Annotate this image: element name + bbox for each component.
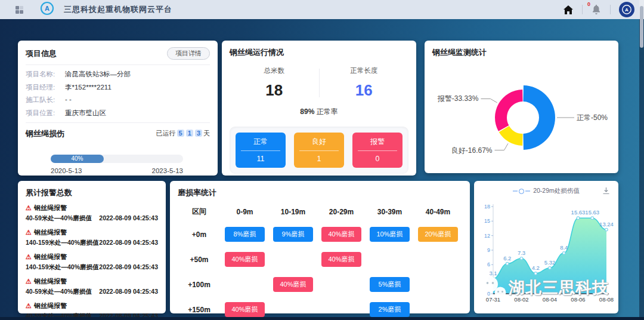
alarm-warning-icon: ⚠ [26, 253, 32, 261]
wear-badge: 40%磨损 [225, 252, 264, 267]
svg-text:12: 12 [484, 233, 490, 239]
svg-text:15: 15 [484, 218, 490, 224]
wear-badge: 20%磨损 [418, 227, 457, 242]
project-fields: 项目名称: 渝昆高铁站3标—分部 项目经理: 李*152****2211 施工队… [26, 70, 210, 118]
damage-area-chart: 03691215183.16.27.34.25.328.415.6315.631… [479, 197, 614, 304]
running-card-title: 钢丝绳运行情况 [230, 47, 408, 58]
wear-rate-table: 区间0-9m10-19m20-29m30-39m40-49m+0m8%磨损9%磨… [178, 207, 462, 317]
runtime-digit: 5 [177, 130, 184, 137]
svg-text:5.32: 5.32 [544, 259, 556, 266]
user-avatar[interactable]: A [619, 2, 634, 17]
status-tile-良好[interactable]: 良好 1 [294, 133, 344, 168]
wear-badge: 2%磨损 [370, 302, 409, 317]
damage-progress-fill: 40% [51, 155, 104, 163]
svg-text:9: 9 [487, 247, 490, 253]
rope-monitor-card: 钢丝绳监测统计 正常-50%良好-16.67%报警-33.33% [425, 41, 618, 173]
svg-text:4.2: 4.2 [532, 264, 540, 271]
download-icon[interactable] [602, 186, 610, 197]
svg-text:6: 6 [487, 261, 490, 267]
svg-text:3.1: 3.1 [489, 270, 497, 276]
normal-rate: 89% 正常率 [230, 107, 408, 117]
svg-text:6.2: 6.2 [503, 255, 511, 261]
wear-badge: 9%磨损 [273, 227, 312, 242]
svg-text:A: A [625, 7, 628, 13]
scrollbar[interactable] [639, 0, 644, 320]
svg-text:A: A [45, 5, 49, 12]
wear-col-header: 区间 [178, 207, 221, 217]
svg-text:08-02: 08-02 [514, 296, 528, 303]
alarm-warning-icon: ⚠ [26, 302, 32, 310]
scrollbar-thumb[interactable] [640, 6, 643, 48]
notification-badge: 0 [587, 1, 590, 7]
wear-col-header: 40-49m [414, 208, 462, 216]
legend-line [513, 190, 518, 192]
wear-row-label: +100m [178, 281, 221, 289]
runtime-digit-chips: 5 1 3 [177, 129, 203, 138]
wear-badge: 40%磨损 [321, 252, 361, 267]
svg-text:07-31: 07-31 [486, 296, 500, 303]
runtime-days: 已运行 5 1 3 天 [156, 129, 210, 138]
project-field: 施工队长: - - [26, 96, 210, 104]
svg-text:13.24: 13.24 [599, 221, 614, 227]
svg-text:18: 18 [484, 204, 490, 210]
monitor-donut-chart: 正常-50%良好-16.67%报警-33.33% [432, 58, 611, 175]
legend-marker-icon [519, 189, 524, 194]
alarm-item: ⚠ 钢丝绳报警 140-159米处—40%磨损值 2022-08-09 04:2… [26, 228, 158, 247]
status-tile-报警[interactable]: 报警 0 [352, 133, 402, 168]
app-title: 三思科技起重机物联网云平台 [64, 4, 172, 15]
status-tile-正常[interactable]: 正常 11 [236, 133, 286, 168]
alarm-warning-icon: ⚠ [26, 204, 32, 212]
damage-progress-track: 40% [51, 155, 183, 163]
svg-text:08-08: 08-08 [599, 296, 614, 303]
wear-badge: 8%磨损 [225, 227, 264, 242]
home-button[interactable] [555, 5, 582, 14]
brand-logo-icon: A [40, 1, 54, 18]
legend-line [525, 190, 530, 192]
wear-badge: 40%磨损 [321, 227, 361, 242]
svg-text:8.4: 8.4 [560, 244, 568, 251]
wear-row-label: +0m [178, 230, 221, 239]
project-field: 项目位置: 重庆市璧山区 [26, 109, 210, 118]
donut-label: 良好-16.67% [451, 146, 493, 155]
wear-row-label: +150m [178, 306, 221, 314]
alarm-warning-icon: ⚠ [26, 229, 32, 236]
notifications-button[interactable]: 0 [583, 5, 610, 14]
wear-card-title: 磨损率统计 [178, 187, 462, 198]
header-actions: 0 A [555, 2, 634, 17]
footer-strip [0, 317, 644, 320]
wear-rate-card: 磨损率统计 区间0-9m10-19m20-29m30-39m40-49m+0m8… [170, 181, 470, 313]
damage-end-date: 2023-5-13 [152, 167, 183, 174]
legend-label: 20-29m处损伤值 [533, 187, 580, 195]
chart-legend-item[interactable]: 20-29m处损伤值 [513, 187, 580, 195]
svg-text:3: 3 [487, 276, 490, 282]
alarm-item: ⚠ 钢丝绳报警 40-59米处—40%磨损值 2022-08-09 04:25:… [26, 277, 158, 296]
damage-start-date: 2020-5-13 [51, 167, 82, 174]
wear-badge: 40%磨损 [225, 302, 264, 317]
divider [26, 64, 210, 65]
app-header: A 三思科技起重机物联网云平台 0 A [0, 0, 644, 19]
svg-text:15.63: 15.63 [571, 209, 586, 216]
wear-col-header: 20-29m [317, 208, 366, 216]
wear-col-header: 10-19m [269, 208, 317, 216]
runtime-digit: 3 [195, 130, 202, 137]
damage-progress-label: 40% [71, 155, 83, 162]
project-detail-button[interactable]: 项目详情 [167, 47, 210, 60]
donut-label: 报警-33.33% [437, 94, 479, 103]
alarm-warning-icon: ⚠ [26, 278, 32, 285]
status-tiles: 正常 11 良好 1 报警 0 [230, 127, 408, 174]
runtime-digit: 1 [186, 130, 193, 137]
header-separator [610, 5, 611, 14]
wear-col-header: 0-9m [221, 208, 269, 216]
donut-slice-报警 [495, 90, 523, 131]
apps-grid-icon[interactable] [16, 6, 23, 14]
wear-col-header: 30-39m [366, 208, 414, 216]
project-info-card: 项目信息 项目详情 项目名称: 渝昆高铁站3标—分部 项目经理: 李*152**… [18, 41, 218, 176]
wear-row-label: +50m [178, 256, 221, 264]
project-field: 项目经理: 李*152****2211 [26, 83, 210, 92]
project-card-title: 项目信息 [26, 48, 57, 59]
alarm-item: ⚠ 钢丝绳报警 40-59米处—40%磨损值 2022-08-09 04:25:… [26, 204, 158, 223]
damage-trend-card: 20-29m处损伤值 03691215183.16.27.34.25.328.4… [474, 181, 618, 313]
wear-badge: 5%磨损 [370, 277, 409, 292]
alarm-item: ⚠ 钢丝绳报警 140-159米处—40%磨损值 2022-08-09 04:2… [26, 253, 158, 272]
svg-text:7.3: 7.3 [518, 250, 525, 256]
